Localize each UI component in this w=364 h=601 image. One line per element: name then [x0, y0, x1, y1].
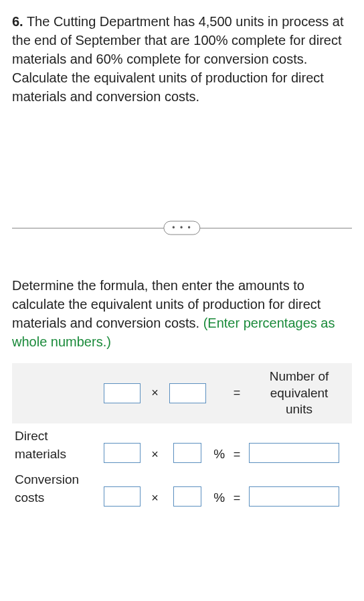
dm-times: ×	[146, 423, 165, 467]
dm-percent: %	[211, 423, 227, 467]
dm-pct-input[interactable]	[173, 443, 201, 463]
row-label-dm-l1: Direct	[15, 429, 48, 443]
header-equals: =	[227, 363, 246, 423]
row-label-dm-l2: materials	[15, 447, 66, 461]
section-divider: • • •	[12, 220, 352, 236]
header-result-l3: units	[286, 402, 312, 416]
header-result-l1: Number of	[270, 369, 329, 383]
cc-pct-input[interactable]	[173, 486, 201, 507]
header-result: Number of equivalent units	[246, 363, 352, 423]
header-empty-pct	[211, 363, 227, 423]
dm-result-input[interactable]	[249, 443, 339, 463]
row-label-cc: Conversion costs	[12, 467, 99, 511]
cc-percent: %	[211, 467, 227, 511]
table-row: Direct materials × % =	[12, 423, 352, 467]
cc-times: ×	[146, 467, 165, 511]
row-label-cc-l2: costs	[15, 490, 44, 505]
header-result-l2: equivalent	[270, 386, 329, 400]
cc-result-input[interactable]	[249, 486, 339, 507]
header-pct-cell	[165, 363, 211, 423]
expand-pill[interactable]: • • •	[163, 221, 200, 235]
row-label-dm: Direct materials	[12, 423, 99, 467]
cc-equals: =	[227, 467, 246, 511]
instruction-block: Determine the formula, then enter the am…	[12, 276, 352, 351]
table-row: Conversion costs × % =	[12, 467, 352, 511]
table-header-row: × = Number of equivalent units	[12, 363, 352, 423]
question-block: 6. The Cutting Department has 4,500 unit…	[12, 12, 352, 106]
header-units-input[interactable]	[104, 383, 141, 403]
row-label-cc-l1: Conversion	[15, 472, 79, 486]
dm-equals: =	[227, 423, 246, 467]
equivalent-units-table: × = Number of equivalent units Direct ma…	[12, 363, 352, 511]
cc-units-input[interactable]	[104, 486, 141, 507]
dots-icon: • • •	[172, 223, 191, 232]
question-text: The Cutting Department has 4,500 units i…	[12, 14, 343, 104]
header-pct-input[interactable]	[169, 383, 206, 403]
header-empty-label	[12, 363, 99, 423]
dm-units-input[interactable]	[104, 443, 141, 463]
question-number: 6.	[12, 14, 23, 29]
header-times: ×	[146, 363, 165, 423]
header-units-cell	[99, 363, 146, 423]
